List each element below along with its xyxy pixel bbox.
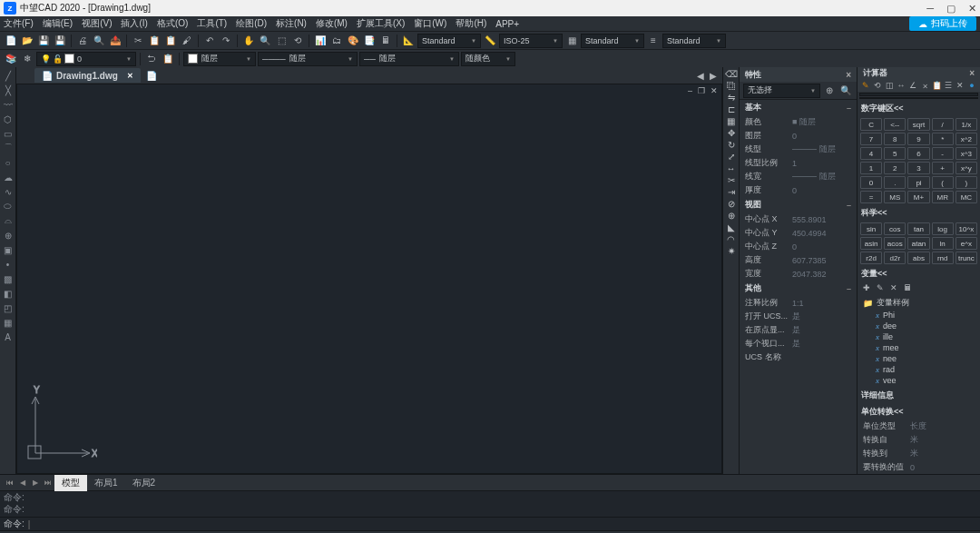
menu-tools[interactable]: 工具(T) [197, 17, 227, 30]
textstyle-dropdown[interactable]: Standard [417, 34, 481, 48]
mleaderstyle-dropdown[interactable]: Standard [662, 34, 726, 48]
calc-key[interactable]: cos [884, 222, 906, 235]
calc-key[interactable]: rnd [932, 252, 954, 264]
join-tool[interactable]: ⊕ [728, 211, 735, 221]
trim-tool[interactable]: ✂ [728, 175, 735, 185]
calc-key[interactable]: . [884, 176, 906, 189]
array-tool[interactable]: ▦ [727, 116, 735, 126]
fillet-tool[interactable]: ◠ [727, 234, 735, 244]
mirror-tool[interactable]: ⇋ [728, 93, 735, 103]
var-item[interactable]: xPhi [863, 310, 975, 321]
pan-button[interactable]: ✋ [241, 34, 256, 48]
calc-close[interactable]: × [969, 68, 975, 78]
rotate-tool[interactable]: ↻ [728, 140, 735, 150]
new-tab-button[interactable]: 📄 [146, 71, 157, 81]
calc-hist-icon[interactable]: ⟲ [872, 79, 883, 92]
properties-header[interactable]: 特性 × [740, 67, 857, 82]
break-tool[interactable]: ⊘ [728, 199, 735, 209]
var-del-icon[interactable]: ✕ [887, 281, 900, 294]
quickselect-button[interactable]: 🔍 [838, 84, 853, 98]
calc-key[interactable]: 8 [884, 133, 906, 145]
menu-window[interactable]: 窗口(W) [414, 17, 446, 30]
var-item[interactable]: xrad [863, 364, 975, 375]
selection-dropdown[interactable]: 无选择 [743, 84, 820, 98]
var-item[interactable]: xille [863, 331, 975, 342]
calc-key[interactable]: 0 [860, 176, 882, 189]
calc-x-icon[interactable]: ✕ [955, 79, 965, 92]
ellipse-tool[interactable]: ⬭ [2, 200, 15, 212]
calc-key[interactable]: log [932, 222, 954, 235]
region-tool[interactable]: ◰ [2, 301, 15, 314]
tab-nav-left[interactable]: ◀ [697, 71, 704, 81]
calc-key[interactable]: 9 [907, 133, 929, 145]
menu-draw[interactable]: 绘图(D) [236, 17, 267, 30]
tab-layout1[interactable]: 布局1 [87, 475, 125, 491]
ssm-button[interactable]: 📑 [362, 34, 377, 48]
calc-key[interactable]: M+ [907, 191, 929, 203]
calc-key[interactable]: sqrt [907, 118, 929, 131]
calc-key[interactable]: <-- [884, 118, 906, 131]
calc-key[interactable]: * [932, 133, 954, 145]
insert-tool[interactable]: ⊕ [2, 229, 15, 242]
dim2-icon[interactable]: 📏 [483, 34, 497, 48]
calc-key[interactable]: atan [907, 237, 929, 250]
calc-key[interactable]: / [932, 118, 954, 131]
calc-key[interactable]: - [932, 147, 954, 160]
lineweight-dropdown[interactable]: ──随层 [359, 52, 459, 66]
calc-help-icon[interactable]: ● [966, 79, 977, 92]
calc-paste-icon[interactable]: 📋 [931, 79, 942, 92]
new-button[interactable]: 📄 [4, 34, 18, 48]
layerprev-button[interactable]: ⮌ [144, 52, 159, 66]
var-edit-icon[interactable]: ✎ [874, 281, 887, 294]
file-tab[interactable]: 📄 Drawing1.dwg ✕ [34, 68, 141, 83]
pickadd-button[interactable]: ⊕ [822, 84, 837, 98]
tab-close-button[interactable]: ✕ [127, 72, 133, 80]
calc-key[interactable]: e^x [956, 237, 977, 250]
xline-tool[interactable]: ╳ [2, 84, 15, 96]
section-view[interactable]: 视图 [740, 197, 857, 212]
offset-tool[interactable]: ⊏ [728, 104, 735, 114]
spline-tool[interactable]: ∿ [2, 185, 15, 198]
preview-button[interactable]: 🔍 [92, 34, 106, 48]
ml-icon[interactable]: ≡ [646, 34, 661, 48]
calc-key[interactable]: = [860, 191, 882, 203]
tp-button[interactable]: 🎨 [346, 34, 360, 48]
calc-key[interactable]: trunc [956, 252, 977, 264]
circle-tool[interactable]: ○ [2, 156, 15, 169]
doc-close[interactable]: ✕ [710, 86, 718, 95]
layer-dropdown[interactable]: 💡🔓0 [36, 52, 136, 66]
calc-more-icon[interactable]: ☰ [943, 79, 954, 92]
save-button[interactable]: 💾 [36, 34, 51, 48]
layout-last[interactable]: ⏭ [42, 477, 54, 489]
dim-icon[interactable]: 📐 [401, 34, 416, 48]
explode-tool[interactable]: ✷ [728, 246, 735, 256]
mtext-tool[interactable]: A [2, 331, 15, 343]
calc-key[interactable]: sin [860, 222, 882, 235]
redo-button[interactable]: ↷ [219, 34, 233, 48]
dc-button[interactable]: 🗂 [329, 34, 344, 48]
layer-mgr-button[interactable]: 📚 [4, 52, 18, 66]
var-new-icon[interactable]: ✚ [860, 281, 873, 294]
calc-key[interactable]: x^y [956, 162, 977, 174]
calc-key[interactable]: C [860, 118, 882, 131]
calc-key[interactable]: 4 [860, 147, 882, 160]
doc-restore[interactable]: ❐ [698, 86, 705, 95]
calc-key[interactable]: + [932, 162, 954, 174]
zoom-win-button[interactable]: ⬚ [274, 34, 289, 48]
calc-key[interactable]: asin [860, 237, 882, 250]
menu-dimension[interactable]: 标注(N) [276, 17, 307, 30]
plotstyle-dropdown[interactable]: 随颜色 [461, 52, 515, 66]
calc-angle-icon[interactable]: ∠ [907, 79, 918, 92]
ellipsearc-tool[interactable]: ⌓ [2, 214, 15, 227]
tab-layout2[interactable]: 布局2 [125, 475, 163, 491]
calc-key[interactable]: 1 [860, 162, 882, 174]
tab-model[interactable]: 模型 [54, 475, 87, 491]
linetype-dropdown[interactable]: ────随层 [258, 52, 358, 66]
line-tool[interactable]: ╱ [2, 69, 15, 82]
close-button[interactable]: ✕ [968, 3, 976, 15]
calc-key[interactable]: 3 [907, 162, 929, 174]
layout-prev[interactable]: ◀ [16, 477, 29, 489]
calc-key[interactable]: x^3 [956, 147, 977, 160]
calc-key[interactable]: 7 [860, 133, 882, 145]
menu-modify[interactable]: 修改(M) [316, 17, 348, 30]
